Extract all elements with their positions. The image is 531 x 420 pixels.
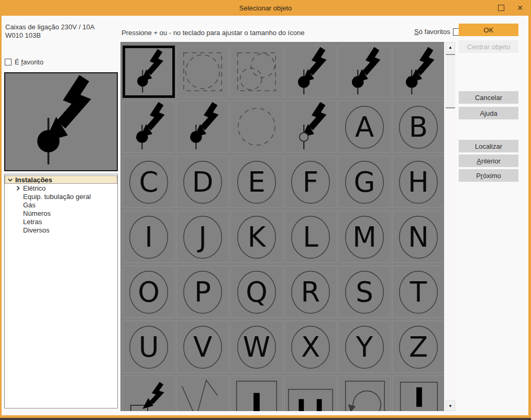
object-tile-E[interactable]: E: [230, 156, 283, 208]
object-tile-I[interactable]: I: [123, 211, 175, 263]
window-border-left: [0, 16, 2, 416]
object-name-line1: Caixas de ligação 230V / 10A: [5, 23, 95, 31]
help-button[interactable]: Ajuda: [459, 107, 518, 119]
object-tile-dashed-square-two-circles[interactable]: [230, 46, 283, 98]
close-icon: ✕: [517, 4, 523, 12]
svg-text:R: R: [301, 276, 320, 308]
object-tile-Y[interactable]: Y: [338, 320, 391, 373]
tree-item-4[interactable]: Números: [5, 209, 117, 217]
svg-text:Y: Y: [356, 331, 373, 363]
tree-item-label: Diversos: [23, 226, 50, 234]
svg-text:O: O: [138, 276, 160, 308]
cancel-button[interactable]: Cancelar: [459, 91, 518, 104]
object-code-line2: W010 103B: [5, 31, 95, 40]
object-preview: [4, 72, 118, 171]
is-favorite-checkbox[interactable]: [5, 59, 12, 65]
object-tile-R[interactable]: R: [284, 266, 337, 318]
object-tile-bolt[interactable]: [123, 101, 175, 153]
object-tile-A[interactable]: A: [338, 101, 391, 153]
next-button[interactable]: Próximo: [459, 169, 518, 182]
object-tile-bolt[interactable]: [338, 46, 391, 98]
object-tile-G[interactable]: G: [338, 156, 391, 208]
object-tile-K[interactable]: K: [230, 211, 283, 263]
svg-text:G: G: [354, 166, 375, 198]
svg-text:T: T: [410, 276, 427, 308]
tree-item-3[interactable]: Gás: [5, 201, 117, 209]
svg-text:Q: Q: [246, 276, 268, 308]
tree-item-0[interactable]: Instalações: [5, 175, 117, 184]
object-tile-Q[interactable]: Q: [230, 266, 283, 318]
object-tile-X[interactable]: X: [284, 320, 337, 373]
grid-scrollbar[interactable]: ▲ ▼: [446, 42, 455, 411]
close-button[interactable]: ✕: [511, 0, 529, 16]
tree-item-1[interactable]: Elétrico: [5, 184, 117, 192]
tree-item-label: Gás: [23, 201, 36, 209]
svg-text:J: J: [197, 221, 207, 253]
object-tile-N[interactable]: N: [392, 211, 444, 263]
object-tile-V[interactable]: V: [176, 320, 229, 373]
object-tile-U[interactable]: U: [123, 320, 175, 373]
chevron-spacer: [15, 194, 23, 200]
ok-button[interactable]: OK: [459, 24, 518, 36]
svg-text:A: A: [355, 111, 374, 143]
object-tile-box-bar-dot[interactable]: [392, 375, 444, 411]
tree-item-label: Letras: [23, 218, 42, 226]
object-tile-dashed-square-circle[interactable]: [176, 46, 229, 98]
object-tile-dashed-circle[interactable]: [230, 101, 283, 153]
scroll-up-button[interactable]: ▲: [446, 42, 455, 52]
previous-button[interactable]: Anterior: [459, 154, 518, 167]
object-tile-Z[interactable]: Z: [392, 320, 444, 373]
object-tile-bolt-box[interactable]: [123, 375, 175, 411]
scrollbar-thumb[interactable]: [446, 54, 455, 108]
object-tile-D[interactable]: D: [176, 156, 229, 208]
svg-text:P: P: [194, 276, 211, 308]
object-tile-M[interactable]: M: [338, 211, 391, 263]
object-tile-bolt-open[interactable]: [284, 101, 337, 153]
object-tile-bolt[interactable]: [176, 101, 229, 153]
selected-object-name: Caixas de ligação 230V / 10A W010 103B: [5, 23, 95, 40]
window-border-right: [528, 16, 531, 416]
tree-item-label: Elétrico: [23, 184, 46, 192]
locate-button[interactable]: Localizar: [459, 140, 518, 152]
tree-item-5[interactable]: Letras: [5, 217, 117, 226]
tree-item-label: Números: [23, 209, 51, 217]
object-tile-O[interactable]: O: [123, 266, 175, 318]
svg-text:X: X: [301, 331, 320, 363]
object-tile-F[interactable]: F: [284, 156, 337, 208]
category-tree: InstalaçõesElétricoEquip. tubulação gera…: [4, 174, 118, 408]
svg-text:B: B: [409, 111, 428, 143]
maximize-button[interactable]: [492, 0, 510, 16]
chevron-right-icon: [15, 185, 23, 191]
chevron-spacer: [15, 219, 23, 225]
resize-hint-text: Pressione + ou - no teclado para ajustar…: [121, 29, 304, 37]
object-tile-L[interactable]: L: [284, 211, 337, 263]
object-tile-bolt[interactable]: [392, 46, 444, 98]
tree-item-2[interactable]: Equip. tubulação geral: [5, 192, 117, 201]
svg-text:C: C: [139, 166, 159, 198]
object-tile-box-arrow[interactable]: [338, 375, 391, 411]
svg-text:Z: Z: [409, 331, 428, 363]
svg-text:V: V: [193, 331, 212, 363]
object-tile-C[interactable]: C: [123, 156, 175, 208]
object-tile-W[interactable]: W: [230, 320, 283, 373]
chevron-spacer: [15, 211, 23, 216]
object-tile-T[interactable]: T: [392, 266, 444, 318]
object-tile-box-bar[interactable]: [230, 375, 283, 411]
object-tile-bolt[interactable]: [284, 46, 337, 98]
object-tile-zigzag[interactable]: [176, 375, 229, 411]
object-tile-box-two-bars[interactable]: [284, 375, 337, 411]
object-tile-J[interactable]: J: [176, 211, 229, 263]
svg-text:I: I: [145, 221, 153, 253]
scroll-down-button[interactable]: ▼: [446, 401, 455, 411]
object-tile-bolt[interactable]: [123, 46, 175, 98]
object-tile-P[interactable]: P: [176, 266, 229, 318]
object-tile-B[interactable]: B: [392, 101, 444, 153]
only-favorites-row: Só favoritos: [414, 28, 460, 36]
is-favorite-row: É favorito: [5, 58, 43, 66]
junction-box-symbol-icon: [5, 73, 117, 170]
object-tile-S[interactable]: S: [338, 266, 391, 318]
tree-item-label: Equip. tubulação geral: [23, 193, 91, 201]
tree-item-6[interactable]: Diversos: [5, 226, 117, 234]
object-tile-H[interactable]: H: [392, 156, 444, 208]
dialog-title: Selecionar objeto: [0, 0, 531, 16]
